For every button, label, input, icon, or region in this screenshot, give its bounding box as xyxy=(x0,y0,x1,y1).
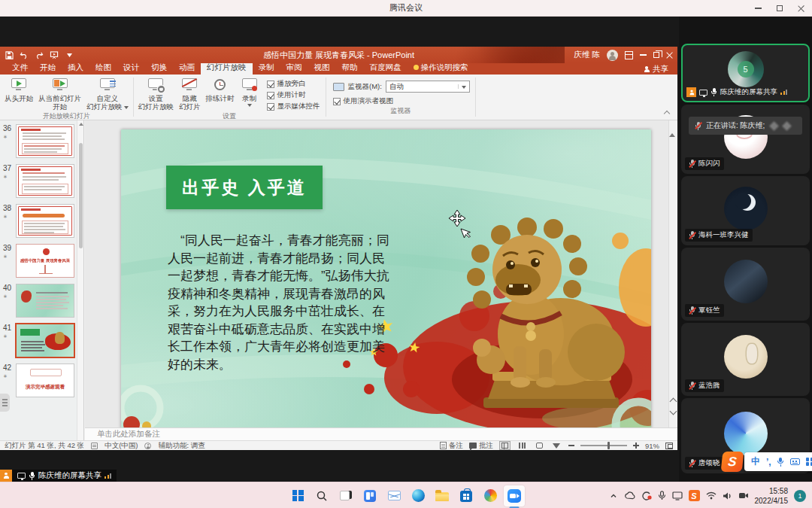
save-icon[interactable] xyxy=(5,50,14,59)
rehearse-timings-button[interactable]: 排练计时 xyxy=(204,76,237,102)
voice-input-icon[interactable] xyxy=(777,458,784,467)
camera-device-icon[interactable] xyxy=(738,491,749,500)
tab-record[interactable]: 录制 xyxy=(253,62,280,75)
microsoft-store-button[interactable] xyxy=(456,485,477,506)
volume-icon[interactable] xyxy=(723,491,732,500)
slide-thumbnail-39[interactable]: 感悟中国力量 展现青春风采 xyxy=(16,244,74,278)
notes-button[interactable]: 备注 xyxy=(440,441,463,451)
close-icon[interactable] xyxy=(798,5,804,12)
slide-thumbnail-40[interactable] xyxy=(16,284,74,318)
cast-display-icon[interactable] xyxy=(672,491,683,500)
zoom-in-icon[interactable] xyxy=(633,443,639,449)
next-slide-icon[interactable] xyxy=(670,408,677,415)
tab-view[interactable]: 视图 xyxy=(308,62,336,75)
redo-icon[interactable] xyxy=(35,50,44,59)
widgets-button[interactable] xyxy=(359,485,380,506)
hide-slide-button[interactable]: 隐藏幻灯片 xyxy=(177,76,203,111)
tab-file[interactable]: 文件 xyxy=(6,62,34,75)
edge-button[interactable] xyxy=(408,485,429,506)
slide-41[interactable]: 出乎史 入乎道 “同人民一起奋斗，青春才能亮丽；同人民一起前进，青春才能昂扬；同… xyxy=(121,129,651,427)
from-current-slide-button[interactable]: 从当前幻灯片开始 xyxy=(36,76,83,111)
tab-insert[interactable]: 插入 xyxy=(62,62,89,75)
slide-thumbnail-41-selected[interactable] xyxy=(16,324,74,357)
tab-help[interactable]: 帮助 xyxy=(336,62,364,75)
video-tile[interactable]: 覃钰竺 xyxy=(681,248,810,321)
tab-draw[interactable]: 绘图 xyxy=(89,62,117,75)
custom-slideshow-button[interactable]: 自定义 幻灯片放映 xyxy=(84,76,131,111)
zoom-slider-thumb[interactable] xyxy=(607,442,611,449)
screen-share-indicator[interactable]: 陈庆维的屏幕共享 xyxy=(0,470,117,482)
collapse-ribbon-icon[interactable] xyxy=(664,110,670,116)
start-button[interactable] xyxy=(287,485,308,506)
canvas-scrollbar[interactable] xyxy=(668,120,677,427)
normal-view-button[interactable] xyxy=(499,441,511,450)
play-narrations-checkbox[interactable]: 播放旁白 xyxy=(267,79,320,89)
slide-body-text[interactable]: “同人民一起奋斗，青春才能亮丽；同人民一起前进，青春才能昂扬；同人民一起梦想，青… xyxy=(168,232,392,373)
mail-button[interactable] xyxy=(383,485,404,506)
sogou-logo[interactable]: S xyxy=(721,452,744,472)
from-beginning-button[interactable]: 从头开始 xyxy=(2,76,35,102)
reading-view-button[interactable] xyxy=(534,441,545,450)
tab-animations[interactable]: 动画 xyxy=(173,62,201,75)
office-app-button[interactable] xyxy=(480,485,501,506)
search-button[interactable] xyxy=(311,485,332,506)
slide-sorter-view-button[interactable] xyxy=(517,441,528,450)
onedrive-icon[interactable] xyxy=(624,491,635,500)
monitor-select[interactable]: 自动 xyxy=(386,81,470,93)
task-view-button[interactable] xyxy=(335,485,356,506)
ribbon-display-options-icon[interactable] xyxy=(625,51,633,59)
slide-thumbnail-37[interactable] xyxy=(16,164,74,198)
fit-slide-to-window-icon[interactable] xyxy=(665,443,673,449)
input-language-toggle[interactable]: 中 xyxy=(751,455,760,468)
zoom-slider[interactable] xyxy=(580,445,627,446)
accessibility-status[interactable]: 辅助功能: 调查 xyxy=(158,441,205,451)
slide-title-box[interactable]: 出乎史 入乎道 xyxy=(166,166,323,209)
file-explorer-button[interactable] xyxy=(432,485,453,506)
ppt-minimize-icon[interactable] xyxy=(640,54,647,55)
comments-button[interactable]: 批注 xyxy=(469,441,493,451)
punctuation-toggle[interactable]: ’, xyxy=(766,457,771,467)
toolbox-icon[interactable] xyxy=(806,458,812,466)
video-tile[interactable]: 海科一班李兴健 xyxy=(681,176,810,245)
use-presenter-view-checkbox[interactable]: 使用演示者视图 xyxy=(333,96,470,106)
tell-me-search[interactable]: 操作说明搜索 xyxy=(408,62,474,75)
video-tile[interactable]: 正在讲话: 陈庆维; 陈闪闪 xyxy=(681,105,810,174)
share-button[interactable]: 共享 xyxy=(644,64,668,75)
use-timings-checkbox[interactable]: 使用计时 xyxy=(267,90,320,100)
tencent-meeting-button[interactable] xyxy=(504,485,525,506)
record-slideshow-button[interactable]: 录制 xyxy=(238,76,262,107)
start-slideshow-icon[interactable] xyxy=(50,50,59,59)
tab-design[interactable]: 设计 xyxy=(117,62,145,75)
panel-grip-handle[interactable] xyxy=(0,394,10,412)
ppt-restore-icon[interactable] xyxy=(653,52,659,58)
zoom-out-icon[interactable] xyxy=(568,445,574,446)
taskbar-clock[interactable]: 15:58 2022/4/15 xyxy=(755,486,789,506)
spellcheck-icon[interactable] xyxy=(91,443,98,449)
tab-baidu-netdisk[interactable]: 百度网盘 xyxy=(364,62,408,75)
tray-mic-icon[interactable] xyxy=(658,491,666,500)
account-name[interactable]: 庆维 陈 xyxy=(574,50,600,60)
language-indicator[interactable]: 中文(中国) xyxy=(105,441,138,451)
slide-thumbnail-36[interactable] xyxy=(16,124,74,158)
notes-pane[interactable]: 单击此处添加备注 xyxy=(85,427,677,440)
tab-slideshow[interactable]: 幻灯片放映 xyxy=(201,62,253,75)
soft-keyboard-icon[interactable] xyxy=(790,458,800,465)
undo-icon[interactable] xyxy=(20,50,29,59)
ppt-close-icon[interactable] xyxy=(666,52,673,59)
previous-slide-icon[interactable] xyxy=(670,398,677,406)
tray-expand-chevron-icon[interactable] xyxy=(609,491,618,500)
tab-home[interactable]: 开始 xyxy=(34,62,62,75)
minimize-icon[interactable] xyxy=(755,8,762,9)
scroll-up-icon[interactable] xyxy=(669,120,675,137)
screen-record-icon[interactable] xyxy=(641,491,652,500)
video-tile[interactable]: 蓝浩腾 xyxy=(681,323,810,396)
scrollbar-thumb[interactable] xyxy=(79,143,83,248)
tab-transitions[interactable]: 切换 xyxy=(145,62,173,75)
scroll-up-icon[interactable] xyxy=(79,123,83,126)
account-avatar[interactable] xyxy=(607,50,618,61)
tab-review[interactable]: 审阅 xyxy=(280,62,308,75)
thumbnail-scrollbar[interactable] xyxy=(77,120,83,440)
qat-customize-caret-icon[interactable] xyxy=(65,50,74,59)
notification-count-badge[interactable]: 1 xyxy=(794,490,806,502)
video-tile-screen-share[interactable]: 5 陈庆维的屏幕共享 xyxy=(681,44,810,102)
